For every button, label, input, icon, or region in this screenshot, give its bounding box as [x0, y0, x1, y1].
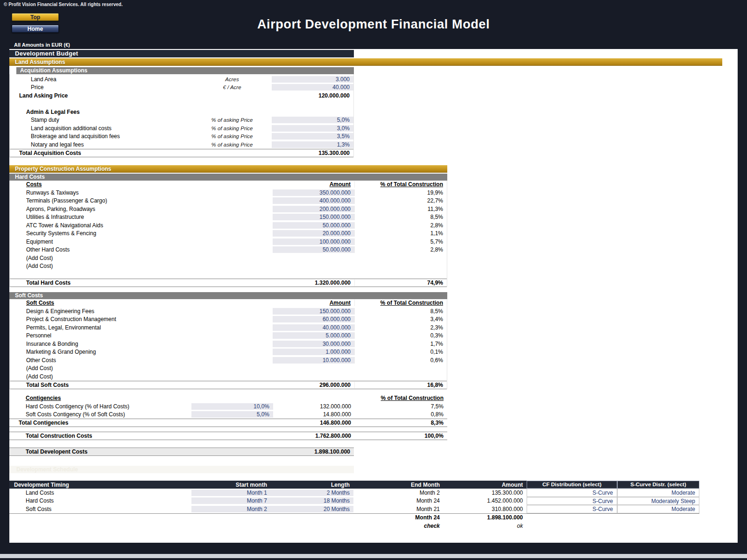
- timing-length-input[interactable]: 2 Months: [271, 490, 353, 496]
- timing-row: Land Costs Month 1 2 Months Month 2 135.…: [9, 489, 699, 497]
- hard-cost-amount-input[interactable]: 150.000.000: [273, 214, 354, 220]
- acquisition-table: Land Area Acres 3.000 Price € / Acre 40.…: [9, 74, 354, 157]
- currency-note: All Amounts in EUR (€): [14, 42, 70, 48]
- fee-input-cell[interactable]: 5,0%: [272, 117, 353, 123]
- spacer-row: [10, 270, 447, 279]
- hard-cost-amount-input[interactable]: 350.000.000: [273, 189, 354, 196]
- soft-cost-row: (Add Cost): [10, 372, 447, 381]
- check-status: ok: [444, 523, 527, 529]
- contingency-rate-input[interactable]: 5,0%: [191, 411, 273, 418]
- land-asking-price-row: Land Asking Price 120.000.000: [10, 91, 353, 100]
- home-button[interactable]: Home: [12, 25, 59, 33]
- soft-cost-pct: 0,6%: [354, 357, 447, 364]
- timing-length-input[interactable]: 18 Months: [271, 497, 353, 504]
- soft-cost-amount-input[interactable]: 5.000.000: [273, 332, 354, 339]
- hard-cost-amount-input[interactable]: 100.000.000: [273, 238, 354, 245]
- hard-cost-amount-input[interactable]: 20.000.000: [273, 230, 354, 237]
- fee-row-label: Notary and legal fees: [10, 141, 192, 148]
- fee-row-label: Land acquisition additional costs: [10, 125, 192, 132]
- timing-total-amount: 1.898.100.000: [444, 514, 527, 521]
- hard-cost-amount-input[interactable]: 50.000.000: [273, 222, 354, 229]
- acquisition-row-unit: € / Acre: [192, 84, 272, 90]
- hard-cost-pct: 11,3%: [354, 206, 447, 212]
- hard-cost-label: Runways & Taxiways: [10, 189, 273, 196]
- fee-input-cell[interactable]: 1,3%: [272, 141, 353, 148]
- fee-row-label: Stamp duty: [10, 117, 192, 123]
- soft-cost-row: (Add Cost): [10, 364, 447, 373]
- soft-cost-amount-input[interactable]: 1.000.000: [273, 349, 354, 355]
- timing-amount-value: 135.300.000: [444, 490, 527, 496]
- fee-input-cell[interactable]: 3,5%: [272, 133, 353, 140]
- land-assumptions-header: Land Assumptions: [9, 58, 722, 66]
- hard-cost-row: (Add Cost): [10, 254, 447, 262]
- land-asking-price-label: Land Asking Price: [10, 92, 192, 99]
- timing-scurve-select[interactable]: Moderate: [617, 505, 699, 513]
- total-hard-costs-row: Total Hard Costs 1.320.000.000 74,9%: [10, 279, 447, 287]
- soft-cost-row: Other Costs 10.000.000 0,6%: [10, 356, 447, 364]
- timing-cf-select[interactable]: S-Curve: [527, 489, 617, 497]
- contingency-row: Soft Costs Contigency (% of Soft Costs) …: [9, 411, 447, 419]
- soft-cost-amount-input[interactable]: 150.000.000: [273, 308, 354, 315]
- timing-cf-select[interactable]: S-Curve: [527, 497, 617, 505]
- soft-cost-label: Marketing & Grand Opening: [10, 349, 273, 355]
- fee-input-cell[interactable]: 3,0%: [272, 125, 353, 132]
- hard-cost-label: (Add Cost): [10, 255, 273, 261]
- hard-costs-table: Costs Amount % of Total Construction Run…: [9, 181, 447, 287]
- contingency-rate-input[interactable]: 10,0%: [191, 403, 273, 410]
- total-development-label: Total Developent Costs: [9, 448, 272, 455]
- top-header: © Profit Vision Financial Services. All …: [0, 0, 747, 49]
- timing-scurve-select[interactable]: Moderately Steep: [617, 497, 699, 505]
- timing-scurve-select[interactable]: Moderate: [617, 489, 699, 497]
- acquisition-input-cell[interactable]: 3.000: [272, 76, 353, 83]
- timing-start-input[interactable]: Month 7: [191, 497, 271, 504]
- soft-cost-label: (Add Cost): [10, 365, 273, 371]
- hard-cost-label: (Add Cost): [10, 263, 273, 269]
- soft-costs-col-amount: Amount: [273, 300, 354, 306]
- timing-start-input[interactable]: Month 2: [191, 506, 271, 512]
- acquisition-input-cell[interactable]: 40.000: [272, 84, 353, 91]
- land-asking-price-value: 120.000.000: [272, 92, 353, 99]
- horizontal-scrollbar[interactable]: [0, 554, 747, 558]
- timing-total-end: Month 24: [353, 514, 444, 521]
- hard-costs-col-label: Costs: [10, 181, 273, 188]
- timing-col-start: Start month: [191, 482, 271, 488]
- soft-cost-row: Personnel 5.000.000 0,3%: [10, 332, 447, 340]
- contingencies-column-headers: Contigencies % of Total Construction: [9, 394, 447, 403]
- hard-cost-row: Other Hard Costs 50.000.000 2,8%: [10, 246, 447, 254]
- contingency-pct: 0,8%: [355, 411, 447, 418]
- total-soft-costs-label: Total Soft Costs: [10, 382, 273, 388]
- hard-cost-amount-input[interactable]: 50.000.000: [273, 246, 354, 253]
- timing-amount-value: 1.452.000.000: [444, 497, 527, 504]
- timing-cf-select[interactable]: S-Curve: [527, 505, 617, 513]
- acquisition-assumptions-header: Acquisition Assumptions: [16, 67, 354, 74]
- timing-row-label: Land Costs: [9, 490, 191, 496]
- timing-start-input[interactable]: Month 1: [191, 490, 271, 496]
- soft-cost-amount-input[interactable]: 40.000.000: [273, 324, 354, 331]
- soft-cost-pct: 2,3%: [354, 324, 447, 331]
- hard-cost-amount-input[interactable]: 200.000.000: [273, 206, 354, 212]
- soft-cost-label: Insurance & Bonding: [10, 341, 273, 347]
- soft-cost-amount-input[interactable]: 10.000.000: [273, 357, 354, 364]
- timing-length-input[interactable]: 20 Months: [271, 506, 353, 512]
- soft-cost-pct: 8,5%: [354, 308, 447, 315]
- hard-cost-pct: 1,1%: [354, 230, 447, 237]
- contingency-label: Hard Costs Contigency (% of Hard Costs): [9, 403, 191, 410]
- hard-cost-row: Equipment 100.000.000 5,7%: [10, 238, 447, 246]
- soft-cost-amount-input[interactable]: 30.000.000: [273, 341, 354, 347]
- fee-row-unit: % of asking Price: [192, 117, 272, 123]
- timing-end-value: Month 24: [353, 497, 444, 504]
- hard-costs-header: Hard Costs: [9, 174, 447, 181]
- soft-cost-amount-input[interactable]: 60.000.000: [273, 316, 354, 322]
- hard-cost-pct: 2,8%: [354, 246, 447, 253]
- soft-cost-row: Project & Construction Management 60.000…: [10, 315, 447, 324]
- fee-row-unit: % of asking Price: [192, 126, 272, 131]
- hard-cost-label: Equipment: [10, 238, 273, 245]
- timing-check-row: check ok: [9, 522, 699, 530]
- contingencies-table: Contigencies % of Total Construction Har…: [9, 394, 447, 427]
- total-hard-costs-amount: 1.320.000.000: [273, 280, 354, 286]
- top-button[interactable]: Top: [12, 13, 59, 21]
- fee-row-label: Brokerage and land acquisition fees: [10, 133, 192, 140]
- acquisition-row: Land Area Acres 3.000: [10, 75, 353, 84]
- hard-cost-pct: 22,7%: [354, 197, 447, 204]
- hard-cost-amount-input[interactable]: 400.000.000: [273, 197, 354, 204]
